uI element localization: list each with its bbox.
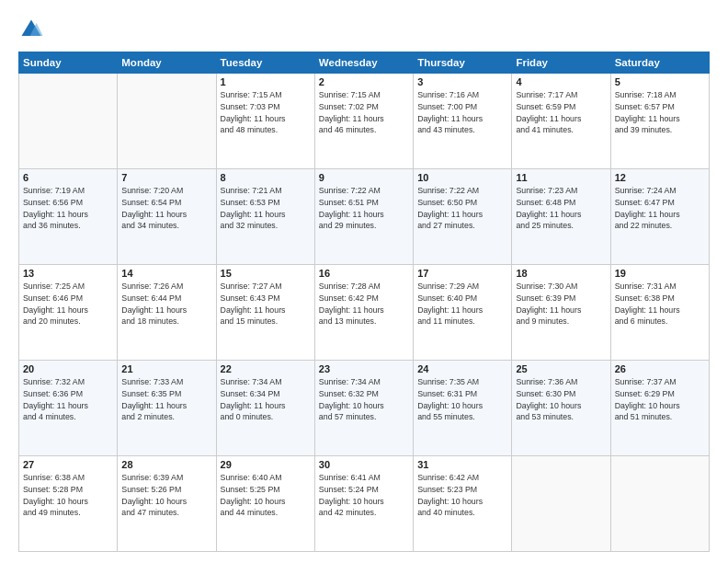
day-number: 2 <box>319 76 409 87</box>
calendar-cell: 9Sunrise: 7:22 AM Sunset: 6:51 PM Daylig… <box>314 169 413 265</box>
calendar-cell: 22Sunrise: 7:34 AM Sunset: 6:34 PM Dayli… <box>216 361 314 456</box>
day-number: 15 <box>221 268 311 279</box>
calendar-cell: 13Sunrise: 7:25 AM Sunset: 6:46 PM Dayli… <box>19 265 118 361</box>
weekday-header-row: SundayMondayTuesdayWednesdayThursdayFrid… <box>19 52 710 74</box>
calendar-cell: 30Sunrise: 6:41 AM Sunset: 5:24 PM Dayli… <box>314 456 413 552</box>
day-info: Sunrise: 7:36 AM Sunset: 6:30 PM Dayligh… <box>516 376 606 423</box>
day-number: 7 <box>121 172 211 183</box>
day-info: Sunrise: 7:29 AM Sunset: 6:40 PM Dayligh… <box>417 281 507 327</box>
day-number: 25 <box>516 363 606 374</box>
calendar-cell <box>610 456 709 552</box>
calendar-cell: 26Sunrise: 7:37 AM Sunset: 6:29 PM Dayli… <box>610 361 709 456</box>
day-number: 6 <box>23 172 113 183</box>
day-number: 31 <box>417 459 507 470</box>
calendar-cell: 12Sunrise: 7:24 AM Sunset: 6:47 PM Dayli… <box>610 169 709 265</box>
calendar-cell: 21Sunrise: 7:33 AM Sunset: 6:35 PM Dayli… <box>118 361 216 456</box>
calendar-cell: 6Sunrise: 7:19 AM Sunset: 6:56 PM Daylig… <box>19 169 118 265</box>
calendar-week-row: 1Sunrise: 7:15 AM Sunset: 7:03 PM Daylig… <box>19 74 710 169</box>
day-number: 29 <box>221 459 311 470</box>
page: SundayMondayTuesdayWednesdayThursdayFrid… <box>0 0 728 563</box>
day-number: 20 <box>23 363 113 374</box>
day-number: 13 <box>23 268 113 279</box>
calendar-week-row: 6Sunrise: 7:19 AM Sunset: 6:56 PM Daylig… <box>19 169 710 265</box>
weekday-header-saturday: Saturday <box>610 52 709 74</box>
day-number: 26 <box>615 363 705 374</box>
day-number: 16 <box>319 268 409 279</box>
calendar-week-row: 13Sunrise: 7:25 AM Sunset: 6:46 PM Dayli… <box>19 265 710 361</box>
weekday-header-friday: Friday <box>512 52 610 74</box>
calendar-week-row: 20Sunrise: 7:32 AM Sunset: 6:36 PM Dayli… <box>19 361 710 456</box>
day-number: 4 <box>516 76 606 87</box>
calendar-table: SundayMondayTuesdayWednesdayThursdayFrid… <box>18 52 710 552</box>
day-info: Sunrise: 7:17 AM Sunset: 6:59 PM Dayligh… <box>516 89 606 136</box>
day-number: 30 <box>319 459 409 470</box>
day-info: Sunrise: 6:39 AM Sunset: 5:26 PM Dayligh… <box>121 472 211 519</box>
calendar-cell: 7Sunrise: 7:20 AM Sunset: 6:54 PM Daylig… <box>118 169 216 265</box>
day-info: Sunrise: 7:22 AM Sunset: 6:50 PM Dayligh… <box>417 185 507 232</box>
day-number: 28 <box>121 459 211 470</box>
day-info: Sunrise: 7:31 AM Sunset: 6:38 PM Dayligh… <box>615 281 705 327</box>
header <box>18 17 710 42</box>
weekday-header-thursday: Thursday <box>414 52 512 74</box>
day-info: Sunrise: 7:23 AM Sunset: 6:48 PM Dayligh… <box>516 185 606 232</box>
day-number: 24 <box>417 363 507 374</box>
calendar-cell: 15Sunrise: 7:27 AM Sunset: 6:43 PM Dayli… <box>216 265 314 361</box>
day-info: Sunrise: 7:16 AM Sunset: 7:00 PM Dayligh… <box>417 89 507 136</box>
calendar-cell: 28Sunrise: 6:39 AM Sunset: 5:26 PM Dayli… <box>118 456 216 552</box>
day-number: 10 <box>417 172 507 183</box>
day-info: Sunrise: 7:18 AM Sunset: 6:57 PM Dayligh… <box>615 89 705 136</box>
day-number: 1 <box>221 76 311 87</box>
calendar-cell: 4Sunrise: 7:17 AM Sunset: 6:59 PM Daylig… <box>512 74 610 169</box>
day-info: Sunrise: 6:38 AM Sunset: 5:28 PM Dayligh… <box>23 472 113 519</box>
calendar-cell: 16Sunrise: 7:28 AM Sunset: 6:42 PM Dayli… <box>314 265 413 361</box>
day-number: 23 <box>319 363 409 374</box>
logo-icon <box>18 17 44 42</box>
day-info: Sunrise: 7:15 AM Sunset: 7:02 PM Dayligh… <box>319 89 409 136</box>
logo <box>18 17 46 42</box>
day-info: Sunrise: 7:34 AM Sunset: 6:32 PM Dayligh… <box>319 376 409 423</box>
day-info: Sunrise: 7:28 AM Sunset: 6:42 PM Dayligh… <box>319 281 409 327</box>
day-number: 19 <box>615 268 705 279</box>
day-number: 3 <box>417 76 507 87</box>
day-number: 21 <box>121 363 211 374</box>
day-number: 5 <box>615 76 705 87</box>
calendar-cell: 5Sunrise: 7:18 AM Sunset: 6:57 PM Daylig… <box>610 74 709 169</box>
day-number: 8 <box>221 172 311 183</box>
day-number: 14 <box>121 268 211 279</box>
calendar-cell: 1Sunrise: 7:15 AM Sunset: 7:03 PM Daylig… <box>216 74 314 169</box>
weekday-header-sunday: Sunday <box>19 52 118 74</box>
day-number: 9 <box>319 172 409 183</box>
weekday-header-monday: Monday <box>118 52 216 74</box>
calendar-cell: 19Sunrise: 7:31 AM Sunset: 6:38 PM Dayli… <box>610 265 709 361</box>
day-info: Sunrise: 7:24 AM Sunset: 6:47 PM Dayligh… <box>615 185 705 232</box>
day-info: Sunrise: 7:21 AM Sunset: 6:53 PM Dayligh… <box>221 185 311 232</box>
day-info: Sunrise: 6:41 AM Sunset: 5:24 PM Dayligh… <box>319 472 409 519</box>
calendar-cell: 8Sunrise: 7:21 AM Sunset: 6:53 PM Daylig… <box>216 169 314 265</box>
day-info: Sunrise: 7:32 AM Sunset: 6:36 PM Dayligh… <box>23 376 113 423</box>
weekday-header-tuesday: Tuesday <box>216 52 314 74</box>
weekday-header-wednesday: Wednesday <box>314 52 413 74</box>
day-number: 18 <box>516 268 606 279</box>
calendar-cell: 18Sunrise: 7:30 AM Sunset: 6:39 PM Dayli… <box>512 265 610 361</box>
day-info: Sunrise: 7:34 AM Sunset: 6:34 PM Dayligh… <box>221 376 311 423</box>
calendar-cell: 17Sunrise: 7:29 AM Sunset: 6:40 PM Dayli… <box>414 265 512 361</box>
day-info: Sunrise: 7:33 AM Sunset: 6:35 PM Dayligh… <box>121 376 211 423</box>
calendar-cell: 10Sunrise: 7:22 AM Sunset: 6:50 PM Dayli… <box>414 169 512 265</box>
day-info: Sunrise: 7:37 AM Sunset: 6:29 PM Dayligh… <box>615 376 705 423</box>
day-number: 17 <box>417 268 507 279</box>
day-info: Sunrise: 7:30 AM Sunset: 6:39 PM Dayligh… <box>516 281 606 327</box>
calendar-cell: 29Sunrise: 6:40 AM Sunset: 5:25 PM Dayli… <box>216 456 314 552</box>
day-info: Sunrise: 7:26 AM Sunset: 6:44 PM Dayligh… <box>121 281 211 327</box>
day-info: Sunrise: 7:27 AM Sunset: 6:43 PM Dayligh… <box>221 281 311 327</box>
calendar-cell: 14Sunrise: 7:26 AM Sunset: 6:44 PM Dayli… <box>118 265 216 361</box>
calendar-cell: 3Sunrise: 7:16 AM Sunset: 7:00 PM Daylig… <box>414 74 512 169</box>
day-number: 11 <box>516 172 606 183</box>
day-number: 12 <box>615 172 705 183</box>
day-info: Sunrise: 7:35 AM Sunset: 6:31 PM Dayligh… <box>417 376 507 423</box>
calendar-cell: 20Sunrise: 7:32 AM Sunset: 6:36 PM Dayli… <box>19 361 118 456</box>
day-info: Sunrise: 6:42 AM Sunset: 5:23 PM Dayligh… <box>417 472 507 519</box>
calendar-cell: 23Sunrise: 7:34 AM Sunset: 6:32 PM Dayli… <box>314 361 413 456</box>
calendar-cell <box>118 74 216 169</box>
calendar-cell: 2Sunrise: 7:15 AM Sunset: 7:02 PM Daylig… <box>314 74 413 169</box>
calendar-cell <box>512 456 610 552</box>
